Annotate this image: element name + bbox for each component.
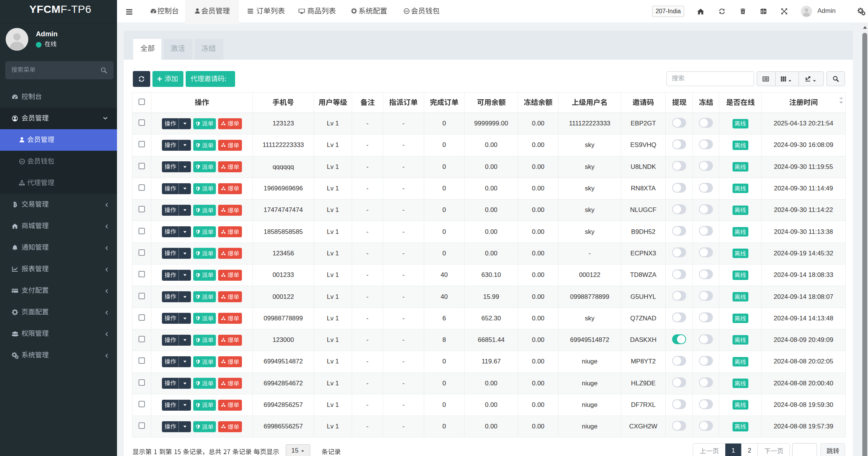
- svg-text:cc: cc: [20, 160, 24, 163]
- svg-text:文: 文: [760, 10, 763, 13]
- svg-text:cc: cc: [405, 9, 408, 13]
- svg-text:A: A: [764, 9, 766, 13]
